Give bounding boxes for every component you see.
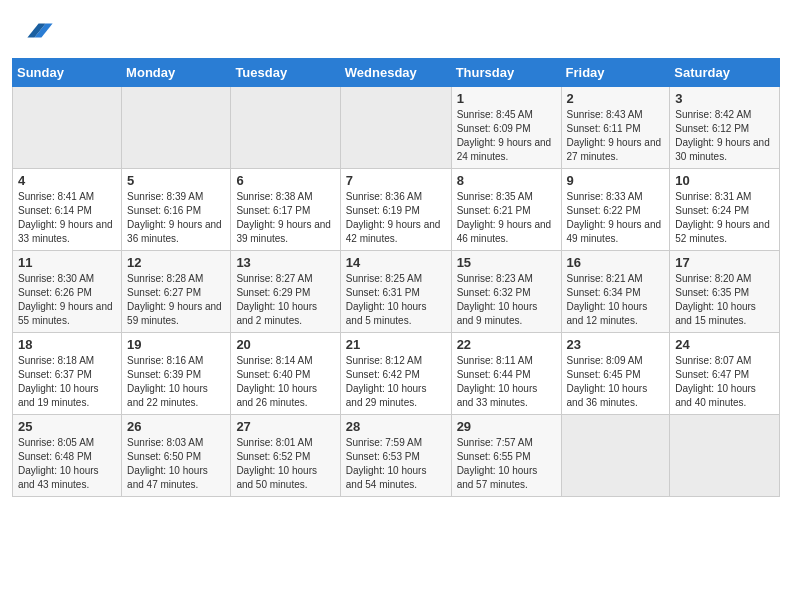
day-info: Sunrise: 7:57 AM Sunset: 6:55 PM Dayligh… bbox=[457, 436, 556, 492]
day-info: Sunrise: 7:59 AM Sunset: 6:53 PM Dayligh… bbox=[346, 436, 446, 492]
day-number: 3 bbox=[675, 91, 774, 106]
day-number: 7 bbox=[346, 173, 446, 188]
calendar-week-2: 4Sunrise: 8:41 AM Sunset: 6:14 PM Daylig… bbox=[13, 169, 780, 251]
day-number: 23 bbox=[567, 337, 665, 352]
day-number: 5 bbox=[127, 173, 225, 188]
page-header bbox=[0, 0, 792, 58]
calendar-cell: 24Sunrise: 8:07 AM Sunset: 6:47 PM Dayli… bbox=[670, 333, 780, 415]
calendar-cell: 3Sunrise: 8:42 AM Sunset: 6:12 PM Daylig… bbox=[670, 87, 780, 169]
calendar-cell: 15Sunrise: 8:23 AM Sunset: 6:32 PM Dayli… bbox=[451, 251, 561, 333]
calendar-cell: 27Sunrise: 8:01 AM Sunset: 6:52 PM Dayli… bbox=[231, 415, 340, 497]
day-info: Sunrise: 8:09 AM Sunset: 6:45 PM Dayligh… bbox=[567, 354, 665, 410]
calendar-cell: 6Sunrise: 8:38 AM Sunset: 6:17 PM Daylig… bbox=[231, 169, 340, 251]
day-info: Sunrise: 8:39 AM Sunset: 6:16 PM Dayligh… bbox=[127, 190, 225, 246]
weekday-header-wednesday: Wednesday bbox=[340, 59, 451, 87]
day-info: Sunrise: 8:03 AM Sunset: 6:50 PM Dayligh… bbox=[127, 436, 225, 492]
calendar-cell bbox=[122, 87, 231, 169]
calendar-cell: 4Sunrise: 8:41 AM Sunset: 6:14 PM Daylig… bbox=[13, 169, 122, 251]
calendar-week-3: 11Sunrise: 8:30 AM Sunset: 6:26 PM Dayli… bbox=[13, 251, 780, 333]
calendar-cell bbox=[13, 87, 122, 169]
day-number: 16 bbox=[567, 255, 665, 270]
day-number: 14 bbox=[346, 255, 446, 270]
calendar-cell: 26Sunrise: 8:03 AM Sunset: 6:50 PM Dayli… bbox=[122, 415, 231, 497]
day-info: Sunrise: 8:21 AM Sunset: 6:34 PM Dayligh… bbox=[567, 272, 665, 328]
weekday-header-monday: Monday bbox=[122, 59, 231, 87]
calendar-cell: 21Sunrise: 8:12 AM Sunset: 6:42 PM Dayli… bbox=[340, 333, 451, 415]
day-number: 29 bbox=[457, 419, 556, 434]
day-number: 24 bbox=[675, 337, 774, 352]
day-info: Sunrise: 8:43 AM Sunset: 6:11 PM Dayligh… bbox=[567, 108, 665, 164]
day-info: Sunrise: 8:01 AM Sunset: 6:52 PM Dayligh… bbox=[236, 436, 334, 492]
day-info: Sunrise: 8:16 AM Sunset: 6:39 PM Dayligh… bbox=[127, 354, 225, 410]
day-info: Sunrise: 8:27 AM Sunset: 6:29 PM Dayligh… bbox=[236, 272, 334, 328]
day-info: Sunrise: 8:33 AM Sunset: 6:22 PM Dayligh… bbox=[567, 190, 665, 246]
day-number: 25 bbox=[18, 419, 116, 434]
calendar-week-4: 18Sunrise: 8:18 AM Sunset: 6:37 PM Dayli… bbox=[13, 333, 780, 415]
calendar-cell: 13Sunrise: 8:27 AM Sunset: 6:29 PM Dayli… bbox=[231, 251, 340, 333]
day-number: 21 bbox=[346, 337, 446, 352]
calendar-cell: 23Sunrise: 8:09 AM Sunset: 6:45 PM Dayli… bbox=[561, 333, 670, 415]
day-number: 19 bbox=[127, 337, 225, 352]
calendar-cell bbox=[231, 87, 340, 169]
day-info: Sunrise: 8:07 AM Sunset: 6:47 PM Dayligh… bbox=[675, 354, 774, 410]
day-info: Sunrise: 8:38 AM Sunset: 6:17 PM Dayligh… bbox=[236, 190, 334, 246]
calendar-cell: 16Sunrise: 8:21 AM Sunset: 6:34 PM Dayli… bbox=[561, 251, 670, 333]
day-info: Sunrise: 8:11 AM Sunset: 6:44 PM Dayligh… bbox=[457, 354, 556, 410]
day-info: Sunrise: 8:31 AM Sunset: 6:24 PM Dayligh… bbox=[675, 190, 774, 246]
day-number: 9 bbox=[567, 173, 665, 188]
logo-icon bbox=[26, 18, 54, 46]
day-info: Sunrise: 8:18 AM Sunset: 6:37 PM Dayligh… bbox=[18, 354, 116, 410]
day-number: 10 bbox=[675, 173, 774, 188]
day-number: 22 bbox=[457, 337, 556, 352]
logo bbox=[24, 18, 58, 50]
day-info: Sunrise: 8:12 AM Sunset: 6:42 PM Dayligh… bbox=[346, 354, 446, 410]
calendar-header-row: SundayMondayTuesdayWednesdayThursdayFrid… bbox=[13, 59, 780, 87]
calendar-cell bbox=[340, 87, 451, 169]
day-number: 28 bbox=[346, 419, 446, 434]
day-number: 12 bbox=[127, 255, 225, 270]
calendar-cell: 7Sunrise: 8:36 AM Sunset: 6:19 PM Daylig… bbox=[340, 169, 451, 251]
calendar-cell: 1Sunrise: 8:45 AM Sunset: 6:09 PM Daylig… bbox=[451, 87, 561, 169]
calendar-cell: 10Sunrise: 8:31 AM Sunset: 6:24 PM Dayli… bbox=[670, 169, 780, 251]
day-number: 6 bbox=[236, 173, 334, 188]
day-number: 26 bbox=[127, 419, 225, 434]
day-info: Sunrise: 8:25 AM Sunset: 6:31 PM Dayligh… bbox=[346, 272, 446, 328]
weekday-header-sunday: Sunday bbox=[13, 59, 122, 87]
day-info: Sunrise: 8:05 AM Sunset: 6:48 PM Dayligh… bbox=[18, 436, 116, 492]
day-info: Sunrise: 8:20 AM Sunset: 6:35 PM Dayligh… bbox=[675, 272, 774, 328]
calendar-cell bbox=[670, 415, 780, 497]
day-number: 15 bbox=[457, 255, 556, 270]
day-number: 8 bbox=[457, 173, 556, 188]
day-info: Sunrise: 8:28 AM Sunset: 6:27 PM Dayligh… bbox=[127, 272, 225, 328]
calendar-cell: 28Sunrise: 7:59 AM Sunset: 6:53 PM Dayli… bbox=[340, 415, 451, 497]
day-number: 18 bbox=[18, 337, 116, 352]
calendar-cell: 9Sunrise: 8:33 AM Sunset: 6:22 PM Daylig… bbox=[561, 169, 670, 251]
weekday-header-friday: Friday bbox=[561, 59, 670, 87]
calendar-cell: 20Sunrise: 8:14 AM Sunset: 6:40 PM Dayli… bbox=[231, 333, 340, 415]
calendar-cell: 11Sunrise: 8:30 AM Sunset: 6:26 PM Dayli… bbox=[13, 251, 122, 333]
day-info: Sunrise: 8:36 AM Sunset: 6:19 PM Dayligh… bbox=[346, 190, 446, 246]
calendar-cell: 29Sunrise: 7:57 AM Sunset: 6:55 PM Dayli… bbox=[451, 415, 561, 497]
weekday-header-tuesday: Tuesday bbox=[231, 59, 340, 87]
day-info: Sunrise: 8:23 AM Sunset: 6:32 PM Dayligh… bbox=[457, 272, 556, 328]
day-number: 20 bbox=[236, 337, 334, 352]
calendar-cell bbox=[561, 415, 670, 497]
calendar-cell: 22Sunrise: 8:11 AM Sunset: 6:44 PM Dayli… bbox=[451, 333, 561, 415]
calendar-cell: 18Sunrise: 8:18 AM Sunset: 6:37 PM Dayli… bbox=[13, 333, 122, 415]
day-number: 1 bbox=[457, 91, 556, 106]
calendar-cell: 2Sunrise: 8:43 AM Sunset: 6:11 PM Daylig… bbox=[561, 87, 670, 169]
day-number: 4 bbox=[18, 173, 116, 188]
calendar-cell: 12Sunrise: 8:28 AM Sunset: 6:27 PM Dayli… bbox=[122, 251, 231, 333]
calendar-cell: 25Sunrise: 8:05 AM Sunset: 6:48 PM Dayli… bbox=[13, 415, 122, 497]
day-info: Sunrise: 8:35 AM Sunset: 6:21 PM Dayligh… bbox=[457, 190, 556, 246]
calendar-cell: 5Sunrise: 8:39 AM Sunset: 6:16 PM Daylig… bbox=[122, 169, 231, 251]
day-info: Sunrise: 8:45 AM Sunset: 6:09 PM Dayligh… bbox=[457, 108, 556, 164]
calendar-week-1: 1Sunrise: 8:45 AM Sunset: 6:09 PM Daylig… bbox=[13, 87, 780, 169]
day-number: 13 bbox=[236, 255, 334, 270]
calendar-week-5: 25Sunrise: 8:05 AM Sunset: 6:48 PM Dayli… bbox=[13, 415, 780, 497]
day-info: Sunrise: 8:30 AM Sunset: 6:26 PM Dayligh… bbox=[18, 272, 116, 328]
day-info: Sunrise: 8:42 AM Sunset: 6:12 PM Dayligh… bbox=[675, 108, 774, 164]
calendar-table: SundayMondayTuesdayWednesdayThursdayFrid… bbox=[12, 58, 780, 497]
calendar-cell: 17Sunrise: 8:20 AM Sunset: 6:35 PM Dayli… bbox=[670, 251, 780, 333]
calendar-cell: 19Sunrise: 8:16 AM Sunset: 6:39 PM Dayli… bbox=[122, 333, 231, 415]
